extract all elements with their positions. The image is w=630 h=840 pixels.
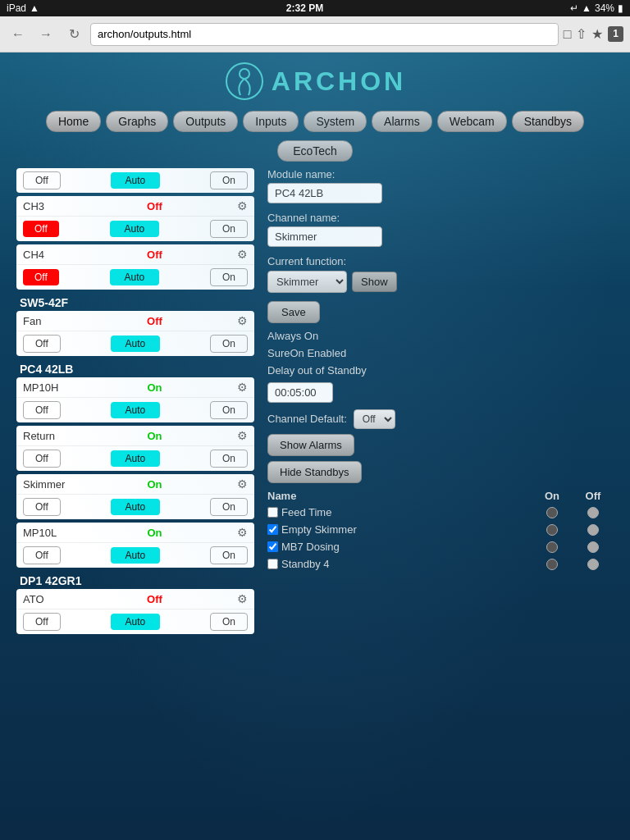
mp10h-off-btn[interactable]: Off <box>23 401 61 419</box>
reload-button[interactable]: ↻ <box>62 23 85 46</box>
dp1-label: DP1 42GR1 <box>16 571 254 589</box>
skimmer-status: On <box>147 478 162 491</box>
return-gear-icon[interactable]: ⚙ <box>237 429 248 442</box>
mp10l-bottom-row: Off Auto On <box>16 543 254 568</box>
fan-auto-btn[interactable]: Auto <box>111 336 161 352</box>
standbys-name-header: Name <box>267 490 532 502</box>
nav-standbys[interactable]: Standbys <box>512 111 584 132</box>
ch0-on-btn[interactable]: On <box>210 171 248 189</box>
show-alarms-button[interactable]: Show Alarms <box>267 434 354 456</box>
mp10h-bottom-row: Off Auto On <box>16 398 254 422</box>
ato-auto-btn[interactable]: Auto <box>111 614 161 630</box>
feedtime-on-radio[interactable] <box>546 507 558 518</box>
mb7dosing-on-col <box>532 541 573 553</box>
ch4-off-btn[interactable]: Off <box>23 269 59 285</box>
ch4-auto-btn[interactable]: Auto <box>110 269 160 285</box>
emptyskimmer-on-radio[interactable] <box>546 524 558 536</box>
feedtime-label: Feed Time <box>281 506 532 518</box>
ato-off-btn[interactable]: Off <box>23 613 61 631</box>
ch3-top-row: CH3 Off ⚙ <box>16 196 254 217</box>
standby4-checkbox[interactable] <box>267 559 278 569</box>
standby4-off-radio[interactable] <box>587 559 599 570</box>
emptyskimmer-off-col <box>573 524 614 536</box>
ch4-gear-icon[interactable]: ⚙ <box>237 248 248 261</box>
hide-standbys-button[interactable]: Hide Standbys <box>267 461 362 483</box>
mp10l-on-btn[interactable]: On <box>210 546 248 564</box>
channel-group-ch0: Off Auto On <box>16 168 254 193</box>
skimmer-off-btn[interactable]: Off <box>23 498 61 516</box>
channel-name-input[interactable] <box>267 226 382 247</box>
fan-label: Fan <box>23 315 72 327</box>
channel-group-return: Return On ⚙ Off Auto On <box>16 426 254 471</box>
url-input[interactable] <box>90 23 559 46</box>
mp10h-on-btn[interactable]: On <box>210 401 248 419</box>
save-button[interactable]: Save <box>267 301 320 323</box>
ch3-auto-btn[interactable]: Auto <box>110 221 160 237</box>
mb7dosing-off-radio[interactable] <box>587 541 599 553</box>
ch0-off-btn[interactable]: Off <box>23 171 61 189</box>
return-on-btn[interactable]: On <box>210 450 248 468</box>
forward-button[interactable]: → <box>34 23 57 46</box>
nav-inputs[interactable]: Inputs <box>243 111 299 132</box>
ch3-on-btn[interactable]: On <box>210 220 248 238</box>
back-button[interactable]: ← <box>7 23 30 46</box>
nav-alarms[interactable]: Alarms <box>372 111 432 132</box>
module-name-input[interactable] <box>267 183 382 203</box>
nav-outputs[interactable]: Outputs <box>173 111 238 132</box>
mb7dosing-checkbox[interactable] <box>267 541 278 552</box>
mp10l-label: MP10L <box>23 527 72 539</box>
feedtime-checkbox[interactable] <box>267 507 278 518</box>
feedtime-off-radio[interactable] <box>587 507 599 518</box>
ato-on-btn[interactable]: On <box>210 613 248 631</box>
skimmer-label: Skimmer <box>23 478 72 491</box>
standby4-on-radio[interactable] <box>546 559 558 570</box>
emptyskimmer-label: Empty Skimmer <box>281 523 532 536</box>
ch0-auto-btn[interactable]: Auto <box>111 172 161 189</box>
ato-gear-icon[interactable]: ⚙ <box>237 592 248 605</box>
share-icon[interactable]: □ <box>564 26 572 42</box>
return-off-btn[interactable]: Off <box>23 450 61 468</box>
standby4-off-col <box>573 559 614 570</box>
nav-graphs[interactable]: Graphs <box>106 111 168 132</box>
channel-group-mp10h: MP10H On ⚙ Off Auto On <box>16 377 254 422</box>
ato-top-row: ATO Off ⚙ <box>16 589 254 609</box>
channel-group-fan: Fan Off ⚙ Off Auto On <box>16 311 254 356</box>
module-name-group: Module name: <box>267 168 614 203</box>
mp10l-off-btn[interactable]: Off <box>23 546 61 564</box>
function-select[interactable]: Skimmer Always On Feed Time <box>267 271 347 293</box>
signal-icon: ▲ <box>582 2 591 14</box>
emptyskimmer-off-radio[interactable] <box>587 524 599 536</box>
ch3-off-btn[interactable]: Off <box>23 221 59 237</box>
skimmer-gear-icon[interactable]: ⚙ <box>237 477 248 491</box>
fan-off-btn[interactable]: Off <box>23 335 61 353</box>
browser-actions: □ ⇧ ★ 1 <box>564 26 623 42</box>
mp10l-gear-icon[interactable]: ⚙ <box>237 526 248 539</box>
delay-time-input[interactable] <box>267 382 333 403</box>
mp10l-auto-btn[interactable]: Auto <box>111 547 161 564</box>
channel-name-label: Channel name: <box>267 212 614 224</box>
nav-webcam[interactable]: Webcam <box>437 111 507 132</box>
status-right: ↵ ▲ 34% ▮ <box>570 2 623 14</box>
nav-home[interactable]: Home <box>46 111 101 132</box>
skimmer-auto-btn[interactable]: Auto <box>111 499 161 515</box>
ecotech-button[interactable]: EcoTech <box>277 140 353 162</box>
default-select[interactable]: Off On <box>354 409 395 429</box>
tab-count[interactable]: 1 <box>608 26 623 42</box>
upload-icon[interactable]: ⇧ <box>576 26 587 42</box>
mp10h-gear-icon[interactable]: ⚙ <box>237 381 248 394</box>
fan-on-btn[interactable]: On <box>210 335 248 353</box>
ch3-gear-icon[interactable]: ⚙ <box>237 199 248 212</box>
always-on-line: Always On <box>267 328 614 345</box>
mp10h-auto-btn[interactable]: Auto <box>111 402 161 418</box>
mp10h-top-row: MP10H On ⚙ <box>16 377 254 398</box>
return-auto-btn[interactable]: Auto <box>111 450 161 467</box>
nav-system[interactable]: System <box>304 111 367 132</box>
show-function-button[interactable]: Show <box>352 272 397 292</box>
mb7dosing-on-radio[interactable] <box>546 541 558 553</box>
ch4-on-btn[interactable]: On <box>210 268 248 286</box>
skimmer-on-btn[interactable]: On <box>210 498 248 516</box>
battery-icon: ▮ <box>618 2 623 14</box>
emptyskimmer-checkbox[interactable] <box>267 524 278 535</box>
fan-gear-icon[interactable]: ⚙ <box>237 314 248 327</box>
bookmark-icon[interactable]: ★ <box>591 26 603 42</box>
